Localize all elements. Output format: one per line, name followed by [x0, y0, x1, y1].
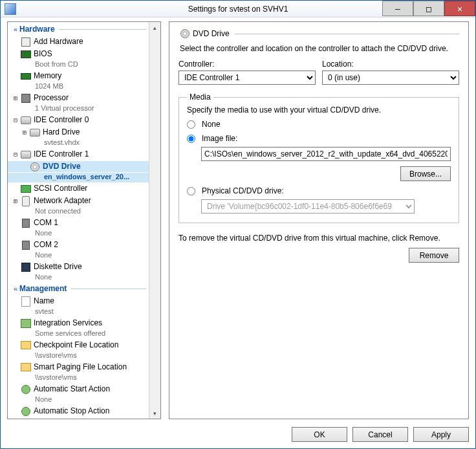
tree-dvd-sub: en_windows_server_20...: [8, 173, 149, 182]
tree-ide0[interactable]: ⊟IDE Controller 0: [8, 114, 149, 126]
ide-controller-icon: [21, 116, 31, 124]
physical-drive-select: Drive 'Volume{bc96c002-1df0-11e4-80b5-80…: [201, 199, 415, 214]
media-description: Specify the media to use with your virtu…: [187, 105, 451, 115]
tree-hard-drive[interactable]: ⊞Hard Drive svtest.vhdx: [8, 126, 149, 148]
media-none-label: None: [202, 120, 221, 129]
com-port-icon: [22, 219, 30, 228]
dvd-icon: [30, 162, 39, 171]
expand-icon[interactable]: ⊞: [12, 196, 19, 206]
scroll-down-icon[interactable]: ▾: [149, 408, 160, 419]
tree-diskette[interactable]: Diskette Drive None: [8, 261, 149, 283]
collapse-icon[interactable]: ⊟: [12, 149, 19, 159]
scsi-icon: [21, 185, 31, 193]
tree-name[interactable]: Name svtest: [8, 295, 149, 317]
tree-dvd-drive[interactable]: DVD Drive: [8, 160, 149, 173]
memory-icon: [21, 73, 31, 80]
name-icon: [21, 296, 30, 307]
dialog-buttons: OK Cancel Apply: [7, 419, 469, 442]
expand-icon[interactable]: ⊞: [21, 127, 28, 137]
ok-button[interactable]: OK: [292, 427, 347, 442]
remove-description: To remove the virtual CD/DVD drive from …: [178, 234, 459, 243]
hard-drive-icon: [30, 129, 40, 137]
section-hardware[interactable]: « Hardware: [8, 23, 149, 36]
tree-checkpoint-sub: \\svstore\vms: [8, 351, 149, 360]
tree-auto-start[interactable]: Automatic Start Action None: [8, 383, 149, 405]
settings-tree: « Hardware Add Hardware BIOS Boot from C…: [7, 21, 161, 419]
section-hardware-label: Hardware: [19, 25, 55, 34]
tree-add-hardware[interactable]: Add Hardware: [8, 36, 149, 48]
location-label: Location:: [322, 60, 459, 69]
tree-ide1[interactable]: ⊟IDE Controller 1: [8, 148, 149, 160]
media-none-radio[interactable]: [187, 120, 195, 129]
location-select[interactable]: 0 (in use): [322, 71, 459, 85]
scroll-up-icon[interactable]: ▴: [149, 22, 160, 33]
remove-button[interactable]: Remove: [409, 248, 459, 263]
add-hardware-icon: [21, 38, 30, 47]
chevron-up-icon: «: [12, 285, 19, 292]
media-physical-label: Physical CD/DVD drive:: [202, 186, 284, 195]
tree-smart-sub: \\svstore\vms: [8, 373, 149, 382]
tree-checkpoint-location[interactable]: Checkpoint File Location \\svstore\vms: [8, 339, 149, 361]
tree-auto-stop[interactable]: Automatic Stop Action: [8, 405, 149, 417]
tree-processor-sub: 1 Virtual processor: [8, 104, 149, 113]
tree-smart-paging[interactable]: Smart Paging File Location \\svstore\vms: [8, 361, 149, 383]
tree-processor[interactable]: ⊞Processor 1 Virtual processor: [8, 92, 149, 114]
tree-autostart-sub: None: [8, 395, 149, 404]
apply-button[interactable]: Apply: [413, 427, 469, 442]
image-path-input[interactable]: [201, 147, 451, 161]
details-panel: DVD Drive Select the controller and loca…: [169, 21, 469, 419]
collapse-icon[interactable]: ⊟: [12, 115, 19, 125]
tree-com2-sub: None: [8, 250, 149, 260]
window-controls: — □ ✕: [382, 1, 475, 17]
tree-scrollbar[interactable]: ▴ ▾: [149, 22, 160, 419]
tree-integration-services[interactable]: Integration Services Some services offer…: [8, 317, 149, 339]
tree-com1-sub: None: [8, 228, 149, 238]
gear-icon: [21, 407, 30, 416]
media-physical-radio[interactable]: [187, 187, 195, 195]
com-port-icon: [22, 241, 30, 250]
maximize-button[interactable]: □: [413, 1, 444, 16]
tree-integ-sub: Some services offered: [8, 329, 149, 338]
tree-com1[interactable]: COM 1 None: [8, 217, 149, 239]
media-image-row[interactable]: Image file:: [187, 134, 451, 143]
browse-button[interactable]: Browse...: [400, 166, 451, 181]
network-icon: [22, 196, 30, 206]
gear-icon: [21, 385, 30, 394]
media-image-label: Image file:: [202, 134, 237, 143]
tree-floppy-sub: None: [8, 272, 149, 282]
tree-net-sub: Not connected: [8, 206, 149, 216]
close-button[interactable]: ✕: [444, 1, 475, 16]
tree-scsi[interactable]: SCSI Controller: [8, 182, 149, 195]
media-image-radio[interactable]: [187, 135, 195, 143]
section-management-label: Management: [19, 284, 67, 293]
ide-controller-icon: [21, 151, 31, 159]
tree-memory[interactable]: Memory 1024 MB: [8, 70, 149, 92]
minimize-button[interactable]: —: [382, 1, 413, 16]
controller-select[interactable]: IDE Controller 1: [178, 71, 316, 85]
settings-window: Settings for svtest on SVHV1 — □ ✕ « Har…: [0, 0, 476, 449]
app-icon: [5, 3, 16, 15]
tree-network-adapter[interactable]: ⊞Network Adapter Not connected: [8, 195, 149, 217]
details-description: Select the controller and location on th…: [180, 44, 458, 53]
chevron-up-icon: «: [12, 25, 19, 33]
tree-bios-sub: Boot from CD: [8, 60, 149, 69]
dvd-icon: [180, 29, 189, 38]
integration-icon: [21, 319, 31, 328]
tree-bios[interactable]: BIOS Boot from CD: [8, 48, 149, 70]
expand-icon[interactable]: ⊞: [12, 93, 19, 103]
media-none-row[interactable]: None: [187, 120, 451, 129]
cpu-icon: [21, 94, 30, 103]
folder-icon: [21, 363, 31, 371]
media-legend: Media: [187, 93, 213, 102]
titlebar: Settings for svtest on SVHV1 — □ ✕: [1, 1, 475, 17]
cancel-button[interactable]: Cancel: [352, 427, 408, 442]
tree-com2[interactable]: COM 2 None: [8, 239, 149, 261]
diskette-icon: [21, 263, 30, 272]
controller-label: Controller:: [178, 60, 316, 69]
media-fieldset: Media Specify the media to use with your…: [178, 93, 459, 223]
media-physical-row[interactable]: Physical CD/DVD drive:: [187, 186, 451, 195]
details-header: DVD Drive: [193, 29, 230, 38]
tree-memory-sub: 1024 MB: [8, 82, 149, 91]
tree-hard-drive-sub: svtest.vhdx: [8, 138, 149, 148]
section-management[interactable]: « Management: [8, 283, 149, 295]
